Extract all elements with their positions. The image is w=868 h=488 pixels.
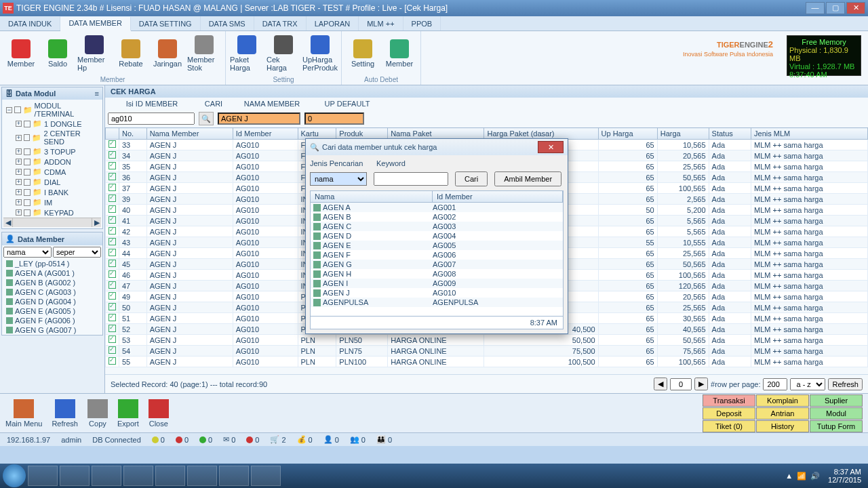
taskbar-explorer[interactable] bbox=[28, 466, 58, 486]
dialog-list-row[interactable]: AGEN BAG002 bbox=[311, 212, 563, 222]
dialog-list-row[interactable]: AGEN HAG008 bbox=[311, 269, 563, 279]
search-button[interactable]: 🔍 bbox=[199, 112, 214, 125]
ribbon-member[interactable]: Member bbox=[382, 33, 416, 75]
tree-node[interactable]: +📁 ADDON bbox=[3, 157, 101, 167]
ribbon-cek-harga[interactable]: Cek Harga bbox=[267, 33, 300, 75]
ribbon-saldo[interactable]: Saldo bbox=[41, 33, 75, 75]
bottom-export[interactable]: Export bbox=[117, 399, 139, 428]
ribbon-member[interactable]: Member bbox=[4, 33, 38, 75]
ribbon-paket-harga[interactable]: Paket Harga bbox=[230, 33, 264, 75]
member-list-item[interactable]: AGEN A (AG001 ) bbox=[2, 268, 102, 278]
tree-root[interactable]: −📁 MODUL /TERMINAL bbox=[3, 101, 101, 119]
tag-modul[interactable]: Modul bbox=[810, 407, 863, 420]
bottom-refresh[interactable]: Refresh bbox=[52, 399, 78, 428]
member-filter-op[interactable]: seper bbox=[53, 247, 101, 258]
menu-data-induk[interactable]: DATA INDUK bbox=[0, 16, 60, 30]
member-list-item[interactable]: AGEN G (AG007 ) bbox=[2, 325, 102, 335]
start-button[interactable] bbox=[3, 464, 26, 487]
dialog-cari-button[interactable]: Cari bbox=[455, 171, 488, 186]
refresh-button[interactable]: Refresh bbox=[828, 378, 863, 390]
taskbar-chrome[interactable] bbox=[60, 466, 90, 486]
tag-suplier[interactable]: Suplier bbox=[810, 394, 863, 407]
system-tray[interactable]: ▲ 📶 🔊 8:37 AM12/7/2015 bbox=[785, 468, 865, 484]
dialog-list-row[interactable]: AGEN JAG010 bbox=[311, 288, 563, 298]
tag-deposit[interactable]: Deposit bbox=[703, 407, 755, 420]
sort-select[interactable]: a - z bbox=[790, 378, 825, 390]
taskbar-app1[interactable] bbox=[123, 466, 153, 486]
menu-data-member[interactable]: DATA MEMBER bbox=[60, 17, 130, 31]
dialog-list-row[interactable]: AGEN EAG005 bbox=[311, 241, 563, 250]
table-row[interactable]: 55AGEN JAG010PLNPLN100HARGA ONLINE100,50… bbox=[106, 357, 868, 367]
rows-input[interactable] bbox=[763, 378, 787, 390]
tray-network-icon[interactable]: 📶 bbox=[797, 472, 806, 481]
up-default-input[interactable] bbox=[304, 113, 364, 125]
dialog-list-row[interactable]: AGEN GAG007 bbox=[311, 260, 563, 269]
ribbon-jaringan[interactable]: Jaringan bbox=[151, 33, 184, 75]
member-filter-field[interactable]: nama bbox=[3, 247, 52, 258]
tree-node[interactable]: +📁 1 DONGLE bbox=[3, 119, 101, 129]
dialog-list-row[interactable]: AGEN IAG009 bbox=[311, 279, 563, 288]
dialog-list-row[interactable]: AGEN DAG004 bbox=[311, 231, 563, 241]
bottom-copy[interactable]: Copy bbox=[87, 399, 108, 428]
page-prev[interactable]: ◀ bbox=[654, 378, 667, 390]
tree-node[interactable]: +📁 CDMA bbox=[3, 167, 101, 177]
dialog-list-row[interactable]: AGEN FAG006 bbox=[311, 250, 563, 260]
member-list-item[interactable]: AGEN F (AG006 ) bbox=[2, 316, 102, 325]
member-list-item[interactable]: _LEY (pp-0514 ) bbox=[2, 259, 102, 268]
ribbon-member-stok[interactable]: Member Stok bbox=[187, 33, 221, 75]
menu-data-sms[interactable]: DATA SMS bbox=[201, 16, 254, 30]
member-list-item[interactable]: AGEN C (AG003 ) bbox=[2, 287, 102, 297]
taskbar-notepad[interactable] bbox=[92, 466, 121, 486]
modul-tree[interactable]: −📁 MODUL /TERMINAL+📁 1 DONGLE+📁 2 CENTER… bbox=[2, 100, 102, 228]
menu-data-setting[interactable]: DATA SETTING bbox=[131, 16, 201, 30]
ribbon-rebate[interactable]: Rebate bbox=[114, 33, 148, 75]
taskbar-excel[interactable] bbox=[155, 466, 185, 486]
jenis-select[interactable]: nama bbox=[310, 172, 367, 186]
dialog-list-row[interactable]: AGENPULSAAGENPULSA bbox=[311, 298, 563, 307]
tree-node[interactable]: +📁 3 TOPUP bbox=[3, 146, 101, 157]
list-icon[interactable]: ≡ bbox=[95, 89, 99, 98]
ribbon-upharga-perproduk[interactable]: UpHarga PerProduk bbox=[303, 33, 337, 75]
ribbon-member-hp[interactable]: Member Hp bbox=[77, 33, 111, 75]
table-row[interactable]: 53AGEN JAG010PLNPLN50HARGA ONLINE50,5006… bbox=[106, 335, 868, 346]
tree-node[interactable]: +📁 2 CENTER SEND bbox=[3, 129, 101, 146]
tag-transaksi[interactable]: Transaksi bbox=[703, 394, 755, 407]
tag-komplain[interactable]: Komplain bbox=[756, 394, 809, 407]
bottom-main-menu[interactable]: Main Menu bbox=[5, 399, 42, 428]
tree-node[interactable]: +📁 KEYPAD bbox=[3, 207, 101, 218]
menu-mlm-++[interactable]: MLM ++ bbox=[359, 16, 403, 30]
dialog-close-button[interactable]: ✕ bbox=[538, 141, 564, 153]
keyword-input[interactable] bbox=[374, 172, 448, 186]
id-member-input[interactable] bbox=[108, 113, 195, 125]
page-input[interactable] bbox=[670, 378, 692, 390]
tray-flag-icon[interactable]: ▲ bbox=[785, 472, 793, 480]
tag-tiket-[interactable]: Tiket (0) bbox=[703, 420, 755, 432]
tag-tutup-form[interactable]: Tutup Form bbox=[810, 420, 863, 432]
menu-laporan[interactable]: LAPORAN bbox=[307, 16, 359, 30]
tag-history[interactable]: History bbox=[756, 420, 809, 432]
tray-sound-icon[interactable]: 🔊 bbox=[810, 472, 820, 481]
dialog-list-row[interactable]: AGEN CAG003 bbox=[311, 222, 563, 231]
member-list-item[interactable]: AGEN D (AG004 ) bbox=[2, 297, 102, 306]
taskbar-app2[interactable] bbox=[219, 466, 249, 486]
clock[interactable]: 8:37 AM12/7/2015 bbox=[824, 468, 865, 484]
tree-node[interactable]: +📁 IM bbox=[3, 197, 101, 207]
maximize-button[interactable]: ▢ bbox=[826, 2, 845, 14]
taskbar-tiger[interactable] bbox=[187, 466, 217, 486]
close-button[interactable]: ✕ bbox=[846, 2, 865, 14]
menu-ppob[interactable]: PPOB bbox=[403, 16, 441, 30]
minimize-button[interactable]: — bbox=[806, 2, 825, 14]
ribbon-setting[interactable]: Setting bbox=[346, 33, 380, 75]
table-row[interactable]: 54AGEN JAG010PLNPLN75HARGA ONLINE75,5006… bbox=[106, 346, 868, 357]
dialog-ambil-button[interactable]: Ambil Member bbox=[494, 171, 561, 186]
dialog-list-row[interactable]: AGEN AAG001 bbox=[311, 203, 563, 212]
tree-node[interactable]: +📁 DIAL bbox=[3, 177, 101, 187]
member-list-item[interactable]: AGEN E (AG005 ) bbox=[2, 306, 102, 316]
tag-antrian[interactable]: Antrian bbox=[756, 407, 809, 420]
taskbar-cmd[interactable] bbox=[251, 466, 281, 486]
nama-member-input[interactable] bbox=[218, 113, 300, 125]
bottom-close[interactable]: Close bbox=[149, 399, 169, 428]
member-list[interactable]: _LEY (pp-0514 )AGEN A (AG001 )AGEN B (AG… bbox=[2, 259, 102, 335]
menu-data-trx[interactable]: DATA TRX bbox=[254, 16, 307, 30]
dialog-member-list[interactable]: AGEN AAG001AGEN BAG002AGEN CAG003AGEN DA… bbox=[310, 203, 564, 317]
